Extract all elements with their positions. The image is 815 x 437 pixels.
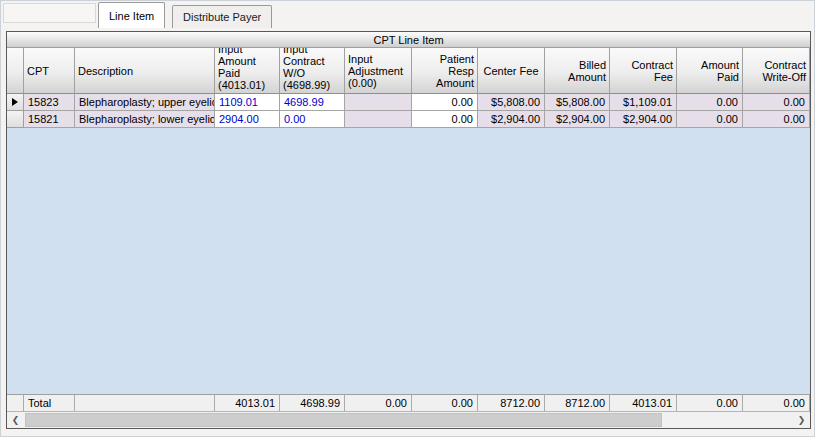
payment-posting-window: Line Item Distribute Payer CPT Line Item… <box>0 0 815 437</box>
total-amount-paid: 0.00 <box>677 395 743 411</box>
cell-billed-amount[interactable]: $5,808.00 <box>545 94 610 111</box>
grid-header-row: CPT Description Input Amount Paid (4013.… <box>7 48 810 94</box>
grid-caption: CPT Line Item <box>7 32 810 48</box>
cell-contract-write-off[interactable]: 0.00 <box>743 94 810 111</box>
total-selector-cell <box>7 395 24 411</box>
header-center-fee[interactable]: Center Fee <box>478 48 545 94</box>
table-row: 15821 Blepharoplasty; lower eyelid 2904.… <box>7 111 810 128</box>
scrollbar-thumb[interactable] <box>25 413 662 427</box>
cell-center-fee[interactable]: $2,904.00 <box>478 111 545 128</box>
total-input-adjustment: 0.00 <box>345 395 412 411</box>
empty-label-box <box>3 3 96 23</box>
cell-input-adjustment[interactable] <box>345 111 412 128</box>
header-billed-amount[interactable]: Billed Amount <box>545 48 610 94</box>
total-input-contract-wo: 4698.99 <box>280 395 345 411</box>
header-contract-fee[interactable]: Contract Fee <box>610 48 677 94</box>
header-description[interactable]: Description <box>75 48 215 94</box>
total-contract-write-off: 0.00 <box>743 395 810 411</box>
tab-line-item[interactable]: Line Item <box>98 2 165 28</box>
total-patient-resp-amount: 0.00 <box>412 395 478 411</box>
cell-billed-amount[interactable]: $2,904.00 <box>545 111 610 128</box>
header-contract-write-off[interactable]: Contract Write-Off <box>743 48 810 94</box>
cell-amount-paid[interactable]: 0.00 <box>677 111 743 128</box>
total-center-fee: 8712.00 <box>478 395 545 411</box>
row-selector-cell[interactable] <box>7 111 24 128</box>
tab-strip: Line Item Distribute Payer <box>1 1 814 29</box>
cell-patient-resp-amount[interactable]: 0.00 <box>412 111 478 128</box>
cell-input-contract-wo[interactable]: 0.00 <box>280 111 345 128</box>
cell-description[interactable]: Blepharoplasty; lower eyelid <box>75 111 215 128</box>
table-row: 15823 Blepharoplasty; upper eyelid 1109.… <box>7 94 810 111</box>
cell-contract-fee[interactable]: $2,904.00 <box>610 111 677 128</box>
cell-contract-write-off[interactable]: 0.00 <box>743 111 810 128</box>
cell-input-amount-paid[interactable]: 1109.01 <box>215 94 280 111</box>
total-input-amount-paid: 4013.01 <box>215 395 280 411</box>
cell-amount-paid[interactable]: 0.00 <box>677 94 743 111</box>
grid-empty-area <box>7 128 810 394</box>
total-label: Total <box>24 395 75 411</box>
cell-description[interactable]: Blepharoplasty; upper eyelid <box>75 94 215 111</box>
header-input-contract-wo[interactable]: Input Contract W/O (4698.99) <box>280 48 345 94</box>
scroll-right-arrow-icon[interactable]: ❯ <box>793 412 810 428</box>
cell-cpt[interactable]: 15821 <box>24 111 75 128</box>
header-input-amount-paid[interactable]: Input Amount Paid (4013.01) <box>215 48 280 94</box>
header-amount-paid[interactable]: Amount Paid <box>677 48 743 94</box>
cell-input-adjustment[interactable] <box>345 94 412 111</box>
cell-input-amount-paid[interactable]: 2904.00 <box>215 111 280 128</box>
total-description <box>75 395 215 411</box>
total-contract-fee: 4013.01 <box>610 395 677 411</box>
cell-patient-resp-amount[interactable]: 0.00 <box>412 94 478 111</box>
total-row: Total 4013.01 4698.99 0.00 0.00 8712.00 … <box>7 394 810 411</box>
cpt-line-item-grid: CPT Line Item CPT Description Input Amou… <box>6 31 811 429</box>
row-selector-cell[interactable] <box>7 94 24 111</box>
cell-cpt[interactable]: 15823 <box>24 94 75 111</box>
scroll-left-arrow-icon[interactable]: ❮ <box>7 412 24 428</box>
header-cpt[interactable]: CPT <box>24 48 75 94</box>
current-row-arrow-icon <box>12 98 18 106</box>
horizontal-scrollbar[interactable]: ❮ ❯ <box>7 411 810 428</box>
header-patient-resp-amount[interactable]: Patient Resp Amount <box>412 48 478 94</box>
total-billed-amount: 8712.00 <box>545 395 610 411</box>
cell-input-contract-wo[interactable]: 4698.99 <box>280 94 345 111</box>
tab-distribute-payer[interactable]: Distribute Payer <box>172 5 272 28</box>
header-input-adjustment[interactable]: Input Adjustment (0.00) <box>345 48 412 94</box>
cell-contract-fee[interactable]: $1,109.01 <box>610 94 677 111</box>
header-row-selector <box>7 48 24 94</box>
cell-center-fee[interactable]: $5,808.00 <box>478 94 545 111</box>
